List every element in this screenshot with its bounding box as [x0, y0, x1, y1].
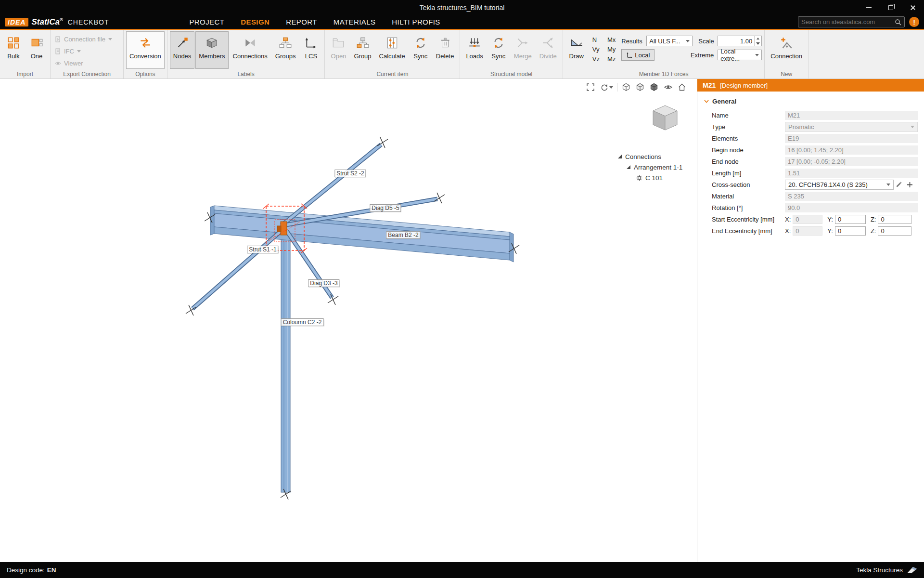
toggle-my[interactable]: My: [607, 46, 616, 53]
members-toggle-button[interactable]: Members: [195, 31, 228, 69]
zoom-extents-icon[interactable]: [585, 82, 596, 92]
conversion-button[interactable]: Conversion: [126, 31, 165, 69]
one-button[interactable]: One: [26, 31, 48, 69]
member-end-markers: [186, 137, 519, 499]
new-connection-icon: [779, 35, 794, 51]
search-box[interactable]: [798, 16, 905, 27]
app-logo: IDEA StatiCa® CHECKBOT: [5, 17, 109, 27]
ribbon-group-structural-model: Loads Sync Merge Divide Structural model: [460, 30, 563, 79]
edit-cross-section-button[interactable]: [894, 180, 904, 190]
tree-item-arrangement[interactable]: Arrangement 1-1: [627, 162, 682, 172]
nodes-toggle-button[interactable]: Nodes: [170, 31, 195, 69]
extreme-select[interactable]: Local extre...: [718, 50, 762, 60]
start-ecc-y-input[interactable]: 0: [835, 215, 866, 224]
add-cross-section-button[interactable]: [904, 180, 915, 190]
scale-up-arrow[interactable]: [755, 36, 761, 41]
wireframe-view-icon[interactable]: [621, 82, 631, 92]
sync-model-button[interactable]: Sync: [488, 31, 510, 69]
bulk-icon: [6, 35, 21, 51]
field-material: Material S 235: [697, 190, 924, 202]
minimize-button[interactable]: [858, 0, 880, 15]
toggle-n[interactable]: N: [592, 36, 600, 43]
group-caption-export: Export Connection: [51, 71, 123, 78]
group-button[interactable]: Group: [350, 31, 374, 69]
results-select[interactable]: All ULS F...: [646, 36, 693, 46]
ribbon-group-import: Bulk One Import: [0, 30, 51, 79]
calculate-button[interactable]: Calculate: [376, 31, 409, 69]
length-value: 1.51: [785, 169, 918, 178]
section-general[interactable]: General: [697, 92, 924, 109]
structural-model-3d[interactable]: [0, 79, 697, 562]
product-name: CHECKBOT: [68, 18, 109, 26]
lcs-toggle-button[interactable]: LCS: [300, 31, 322, 69]
delete-trash-icon: [437, 35, 453, 51]
toggle-mz[interactable]: Mz: [607, 55, 616, 63]
home-view-icon[interactable]: [677, 82, 687, 92]
visibility-eye-icon[interactable]: [663, 82, 673, 92]
scale-down-arrow[interactable]: [755, 41, 761, 46]
loads-button[interactable]: Loads: [462, 31, 486, 69]
menu-bar: IDEA StatiCa® CHECKBOT PROJECT DESIGN RE…: [0, 15, 924, 30]
end-ecc-y-input[interactable]: 0: [835, 226, 866, 236]
end-ecc-z-input[interactable]: 0: [878, 226, 911, 236]
sync-icon: [413, 35, 428, 51]
field-end-eccentricity: End Eccentricity [mm] X: 0 Y: 0 Z: 0: [697, 225, 924, 236]
scale-spinner[interactable]: 1.00: [718, 36, 762, 46]
field-type: Type Prismatic: [697, 121, 924, 132]
tree-item-connections[interactable]: Connections: [618, 151, 682, 162]
divide-icon: [540, 35, 556, 51]
rotate-view-icon[interactable]: [599, 82, 614, 92]
toggle-mx[interactable]: Mx: [607, 36, 616, 43]
cross-section-select[interactable]: 20. CFCHS76.1X4.0 (S 235): [785, 180, 894, 190]
conversion-icon: [138, 35, 153, 51]
caret-down-icon: [77, 50, 81, 53]
type-select: Prismatic: [785, 122, 918, 132]
new-connection-button[interactable]: Connection: [767, 31, 806, 69]
tree-item-connection-c101[interactable]: C 101: [636, 172, 682, 183]
tree-expanded-icon: [627, 165, 631, 170]
groups-toggle-button[interactable]: Groups: [272, 31, 299, 69]
bulk-button[interactable]: Bulk: [2, 31, 25, 69]
open-folder-icon: [331, 35, 346, 51]
search-input[interactable]: [801, 18, 892, 26]
tab-project[interactable]: PROJECT: [181, 15, 232, 29]
connections-toggle-button[interactable]: Connections: [230, 31, 271, 69]
navigation-cube[interactable]: [650, 103, 680, 135]
connection-file-icon: [55, 36, 61, 42]
member-column-c2[interactable]: [281, 237, 290, 492]
search-icon[interactable]: [895, 19, 901, 26]
nodes-icon: [175, 35, 190, 51]
group-caption-options: Options: [124, 71, 167, 78]
close-icon: [910, 5, 916, 11]
ribbon-group-options: Conversion Options: [124, 30, 167, 79]
field-end-node: End node 17 [0.00; -0.05; 2.20]: [697, 156, 924, 167]
tab-report[interactable]: REPORT: [278, 15, 325, 29]
ifc-icon: [55, 48, 61, 54]
group-caption-current-item: Current item: [325, 71, 460, 78]
shaded-view-icon[interactable]: [649, 82, 659, 92]
user-badge-icon[interactable]: !: [909, 17, 919, 27]
start-ecc-z-input[interactable]: 0: [878, 215, 911, 224]
tab-materials[interactable]: MATERIALS: [325, 15, 384, 29]
delete-button[interactable]: Delete: [433, 31, 458, 69]
force-component-toggles: N Mx Vy My Vz Mz: [592, 36, 616, 63]
restore-button[interactable]: [880, 0, 902, 15]
group-caption-labels: Labels: [167, 71, 325, 78]
member-label-strut-s1: Strut S1 -1: [247, 246, 278, 253]
toggle-vz[interactable]: Vz: [592, 55, 600, 63]
toggle-vy[interactable]: Vy: [592, 46, 600, 53]
section-chevron-icon: [704, 100, 709, 103]
member-strut-s1[interactable]: [192, 229, 283, 309]
merge-icon: [515, 35, 530, 51]
tab-design[interactable]: DESIGN: [232, 15, 278, 29]
local-toggle-button[interactable]: Local: [621, 49, 654, 61]
lcs-icon: [303, 35, 319, 51]
model-viewport[interactable]: Strut S2 -2 Diag D5 -5 Beam B2 -2 Strut …: [0, 79, 697, 562]
ribbon-group-new: Connection New: [765, 30, 808, 79]
hidden-line-view-icon[interactable]: [635, 82, 645, 92]
sync-current-button[interactable]: Sync: [410, 31, 432, 69]
draw-button[interactable]: Draw: [565, 31, 588, 69]
tab-hilti-profis[interactable]: HILTI PROFIS: [384, 15, 448, 29]
close-button[interactable]: [902, 0, 924, 15]
field-start-eccentricity: Start Eccentricity [mm] X: 0 Y: 0 Z: 0: [697, 213, 924, 225]
